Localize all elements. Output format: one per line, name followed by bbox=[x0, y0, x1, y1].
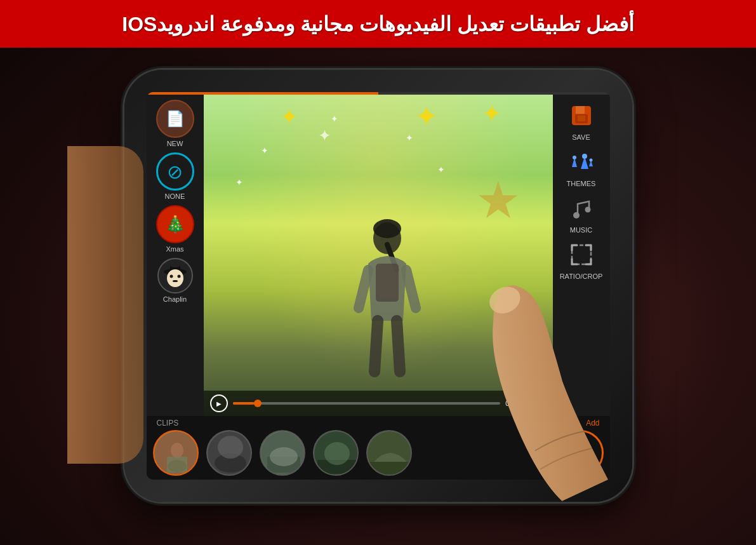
svg-point-20 bbox=[590, 158, 593, 161]
star-decoration-1: ✦ bbox=[280, 104, 298, 130]
star-decoration-5: ✦ bbox=[318, 126, 331, 145]
music-label: MUSIC bbox=[570, 226, 592, 234]
svg-point-18 bbox=[573, 156, 576, 159]
xmas-label: Xmas bbox=[166, 245, 183, 253]
themes-button[interactable]: THEMES bbox=[557, 146, 605, 187]
xmas-button-circle: 🎄 bbox=[156, 205, 194, 243]
add-clip-plus-icon: + bbox=[574, 441, 587, 465]
clip-thumb-5[interactable] bbox=[366, 430, 412, 476]
svg-rect-10 bbox=[376, 264, 399, 302]
svg-point-41 bbox=[270, 447, 298, 466]
clip-3-svg bbox=[261, 431, 305, 476]
editor-ui: 📄 NEW ⊘ NONE 🎄 bbox=[147, 92, 610, 480]
svg-point-38 bbox=[218, 436, 243, 459]
banner-text: أفضل تطبيقات تعديل الفيديوهات مجانية ومد… bbox=[122, 12, 633, 36]
svg-rect-46 bbox=[368, 462, 412, 474]
clip-5-svg bbox=[368, 431, 412, 476]
right-panel: SAVE bbox=[553, 95, 610, 416]
music-button[interactable]: MUSIC bbox=[557, 192, 605, 234]
svg-point-34 bbox=[171, 443, 183, 458]
progress-dot bbox=[254, 400, 262, 407]
svg-point-3 bbox=[167, 269, 183, 287]
svg-rect-35 bbox=[167, 457, 187, 473]
save-icon bbox=[564, 100, 599, 131]
person-svg bbox=[343, 219, 432, 384]
ratio-crop-button[interactable]: RATIO/CROP bbox=[557, 239, 605, 280]
banner-text-ios: IOS bbox=[122, 13, 157, 36]
sparkle-5: ✦ bbox=[437, 165, 445, 175]
video-area: ✦ ✦ ✦ ★ ✦ ✦ ✦ ✦ ✦ ✦ bbox=[204, 95, 553, 416]
bottom-panel: CLIPS Add bbox=[147, 416, 610, 480]
svg-point-21 bbox=[573, 212, 580, 219]
svg-point-2 bbox=[170, 264, 180, 267]
hand-left bbox=[67, 146, 143, 464]
clip-4-svg bbox=[314, 431, 359, 476]
themes-label: THEMES bbox=[567, 180, 596, 187]
top-banner: أفضل تطبيقات تعديل الفيديوهات مجانية ومد… bbox=[0, 0, 756, 48]
ratio-crop-label: RATIO/CROP bbox=[560, 272, 603, 280]
music-icon bbox=[564, 192, 599, 224]
add-clip-button[interactable]: + bbox=[558, 430, 604, 476]
clips-row: + bbox=[147, 430, 610, 476]
music-svg bbox=[570, 198, 592, 220]
sparkle-4: ✦ bbox=[235, 177, 243, 187]
star-decoration-large: ★ bbox=[475, 171, 521, 230]
time-current: 00:00 bbox=[505, 400, 523, 407]
none-button-circle: ⊘ bbox=[156, 152, 194, 191]
person-silhouette bbox=[343, 219, 432, 384]
svg-point-4 bbox=[169, 275, 173, 278]
svg-point-22 bbox=[585, 206, 591, 212]
sparkle-3: ✦ bbox=[261, 145, 269, 156]
svg-rect-12 bbox=[576, 106, 585, 114]
new-label: NEW bbox=[167, 140, 183, 147]
ratio-crop-icon bbox=[564, 239, 599, 271]
phone-screen: 📄 NEW ⊘ NONE 🎄 bbox=[147, 92, 610, 480]
none-label: NONE bbox=[165, 192, 185, 200]
xmas-button[interactable]: 🎄 Xmas bbox=[154, 205, 197, 253]
svg-rect-14 bbox=[578, 116, 585, 121]
time-display: 00:00 / 00:15 bbox=[505, 400, 546, 407]
star-decoration-2: ✦ bbox=[414, 100, 439, 133]
chaplin-button[interactable]: Chaplin bbox=[154, 258, 197, 303]
chaplin-icon bbox=[157, 258, 193, 293]
main-area: 📄 NEW ⊘ NONE 🎄 bbox=[147, 95, 610, 416]
none-icon: ⊘ bbox=[167, 161, 183, 183]
clip-thumb-3[interactable] bbox=[260, 430, 305, 476]
play-icon: ▶ bbox=[216, 400, 222, 407]
banner-text-arabic: أفضل تطبيقات تعديل الفيديوهات مجانية ومد… bbox=[157, 13, 633, 36]
new-button[interactable]: 📄 NEW bbox=[154, 100, 197, 147]
chaplin-svg bbox=[159, 259, 192, 292]
svg-point-8 bbox=[373, 219, 401, 238]
save-label: SAVE bbox=[572, 133, 590, 141]
progress-fill-bar bbox=[233, 402, 255, 405]
svg-point-5 bbox=[177, 275, 180, 278]
none-button[interactable]: ⊘ NONE bbox=[154, 152, 197, 200]
clips-label: CLIPS bbox=[157, 419, 179, 427]
clip-thumb-2[interactable] bbox=[206, 430, 252, 476]
new-icon: 📄 bbox=[166, 110, 185, 128]
themes-svg bbox=[567, 151, 595, 173]
clips-header: CLIPS Add bbox=[147, 416, 610, 430]
clip-2-svg bbox=[208, 431, 252, 476]
video-progress-bar[interactable] bbox=[233, 402, 501, 405]
sparkle-1: ✦ bbox=[331, 114, 338, 124]
play-button[interactable]: ▶ bbox=[210, 394, 228, 412]
svg-point-19 bbox=[582, 154, 587, 159]
sparkle-2: ✦ bbox=[406, 133, 413, 143]
save-button[interactable]: SAVE bbox=[557, 100, 605, 141]
time-total: 00:15 bbox=[529, 400, 547, 407]
ratio-svg bbox=[569, 243, 594, 267]
save-svg bbox=[569, 103, 594, 128]
xmas-icon: 🎄 bbox=[165, 215, 185, 234]
svg-rect-6 bbox=[173, 280, 178, 282]
star-decoration-3: ✦ bbox=[482, 100, 502, 128]
svg-rect-23 bbox=[572, 245, 591, 264]
chaplin-label: Chaplin bbox=[163, 295, 187, 303]
add-label: Add bbox=[586, 419, 599, 427]
svg-point-44 bbox=[324, 442, 350, 465]
clip-thumb-4[interactable] bbox=[313, 430, 359, 476]
phone-body: 📄 NEW ⊘ NONE 🎄 bbox=[124, 70, 632, 502]
phone-wrapper: 📄 NEW ⊘ NONE 🎄 bbox=[93, 57, 664, 527]
clip-thumb-1[interactable] bbox=[153, 430, 199, 476]
themes-icon bbox=[564, 146, 599, 178]
